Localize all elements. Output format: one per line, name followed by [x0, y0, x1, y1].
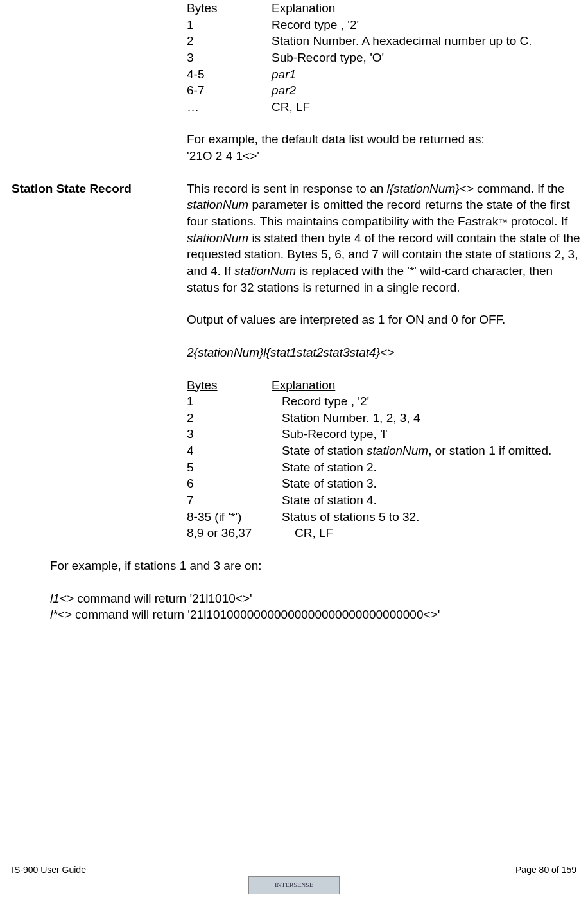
table-cell: 7	[187, 492, 282, 509]
table-cell: Station Number. 1, 2, 3, 4	[282, 410, 420, 427]
table-cell: 8,9 or 36,37	[187, 525, 295, 541]
table-cell: …	[187, 99, 272, 116]
table-cell: Record type , '2'	[282, 393, 369, 410]
table-cell: CR, LF	[295, 525, 333, 541]
table-cell: 1	[187, 17, 272, 33]
section-heading: Station State Record	[12, 180, 187, 197]
footer-left: IS-900 User Guide	[12, 865, 86, 875]
table-cell: 4-5	[187, 66, 272, 83]
table-cell: CR, LF	[272, 99, 310, 116]
format-spec: 2{stationNum}l{stat1stat2stat3stat4}<>	[187, 344, 582, 361]
logo: INTERSENSE	[248, 876, 340, 894]
table-header: Explanation	[272, 0, 335, 17]
table-cell: par1	[272, 66, 296, 83]
table-cell: State of station 2.	[282, 459, 377, 476]
table-header: Bytes	[187, 0, 272, 17]
table-header: Bytes	[187, 377, 272, 394]
table-cell: Record type , '2'	[272, 17, 359, 33]
table-cell: 6	[187, 475, 282, 492]
table-cell: 3	[187, 49, 272, 66]
example-text: l*<> command will return '21l10100000000…	[50, 606, 582, 623]
footer-right: Page 80 of 159	[515, 865, 576, 875]
table-cell: 1	[187, 393, 282, 410]
paragraph: This record is sent in response to an l{…	[187, 180, 582, 295]
example-text: l1<> command will return '21l1010<>'	[50, 590, 582, 607]
table-cell: 6-7	[187, 82, 272, 99]
table-header: Explanation	[272, 377, 335, 394]
table-cell: 2	[187, 410, 282, 427]
table-cell: Station Number. A hexadecimal number up …	[272, 34, 532, 48]
table-cell: Sub-Record type, 'O'	[272, 49, 384, 66]
example-text: For example, the default data list would…	[187, 131, 582, 148]
table-cell: Sub-Record type, 'l'	[282, 426, 388, 443]
table-cell: 8-35 (if '*')	[187, 509, 282, 525]
table-cell: State of station 4.	[282, 492, 377, 509]
example-text: '21O 2 4 1<>'	[187, 148, 582, 164]
table-cell: par2	[272, 82, 296, 99]
table-row: 4State of station stationNum, or station…	[187, 443, 582, 459]
table-cell: 5	[187, 459, 282, 476]
table-cell: Status of stations 5 to 32.	[282, 509, 419, 525]
table-cell: State of station 3.	[282, 475, 377, 492]
example-text: For example, if stations 1 and 3 are on:	[50, 558, 582, 574]
paragraph: Output of values are interpreted as 1 fo…	[187, 312, 582, 328]
table-cell: 3	[187, 426, 282, 443]
table-cell: 2	[187, 33, 272, 49]
